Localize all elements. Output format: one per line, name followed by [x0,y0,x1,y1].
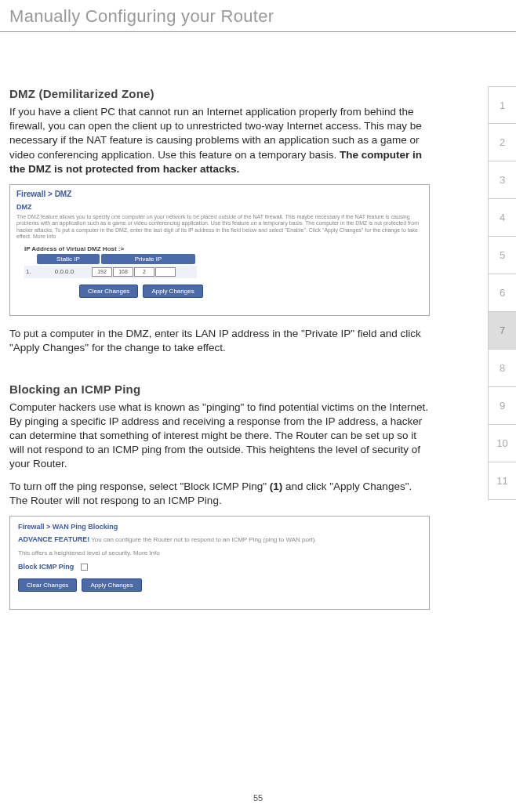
dmz-ip-octet-2[interactable]: 168 [113,267,133,277]
wan-adv-text: You can configure the Router not to resp… [89,536,317,543]
dmz-ip-octet-1[interactable]: 192 [92,267,112,277]
section-tab-4[interactable]: 4 [488,199,516,237]
page-title: Manually Configuring your Router [0,0,516,32]
section-tab-1[interactable]: 1 [488,86,516,124]
ping-heading: Blocking an ICMP Ping [9,382,430,396]
wan-apply-button[interactable]: Apply Changes [82,578,141,592]
dmz-ip-octet-3[interactable]: 2 [134,267,154,277]
side-tabs: 1234567891011 [488,86,516,500]
wan-screenshot: Firewall > WAN Ping Blocking ADVANCE FEA… [9,516,430,610]
wan-buttons: Clear Changes Apply Changes [18,578,421,592]
dmz-table-headers: Static IP Private IP [24,254,423,264]
wan-clear-button[interactable]: Clear Changes [18,578,77,592]
section-tab-6[interactable]: 6 [488,274,516,312]
dmz-table: Static IP Private IP 1. 0.0.0.0 192 168 … [24,254,423,278]
dmz-ip-octet-4[interactable] [155,267,176,277]
wan-breadcrumb: Firewall > WAN Ping Blocking [18,523,421,531]
dmz-paragraph-2: To put a computer in the DMZ, enter its … [9,327,430,355]
wan-adv-line: ADVANCE FEATURE! You can configure the R… [18,535,421,543]
dmz-apply-button[interactable]: Apply Changes [143,285,202,298]
section-tab-10[interactable]: 10 [488,425,516,462]
main-content: DMZ (Demilitarized Zone) If you have a c… [0,32,469,610]
wan-block-checkbox[interactable] [81,564,88,571]
ping-p2a: To turn off the ping response, select "B… [9,480,270,492]
section-tab-5[interactable]: 5 [488,237,516,274]
ping-paragraph-2: To turn off the ping response, select "B… [9,480,430,508]
dmz-row-num: 1. [26,268,37,275]
section-tab-8[interactable]: 8 [488,350,516,387]
section-tab-2[interactable]: 2 [488,124,516,161]
wan-line2: This offers a heightened level of securi… [18,549,421,556]
ping-ref: (1) [270,480,283,492]
dmz-shot-sub: DMZ [16,203,423,211]
section-tab-11[interactable]: 11 [488,462,516,500]
dmz-shot-desc: The DMZ feature allows you to specify on… [16,214,423,241]
dmz-paragraph-1: If you have a client PC that cannot run … [9,105,430,176]
dmz-clear-button[interactable]: Clear Changes [79,285,138,298]
page-number: 55 [0,793,516,803]
dmz-heading: DMZ (Demilitarized Zone) [9,87,430,100]
dmz-buttons: Clear Changes Apply Changes [79,285,423,298]
wan-block-text: Block ICMP Ping [18,563,74,571]
section-tab-9[interactable]: 9 [488,387,516,425]
section-tab-7[interactable]: 7 [488,312,516,350]
dmz-static-val: 0.0.0.0 [38,268,90,275]
dmz-shot-breadcrumb: Firewall > DMZ [16,190,423,198]
wan-adv-label: ADVANCE FEATURE! [18,535,89,543]
ping-paragraph-1: Computer hackers use what is known as "p… [9,401,430,472]
dmz-shot-label: IP Address of Virtual DMZ Host :> [24,245,423,252]
dmz-ip-inputs: 192 168 2 [92,267,176,277]
dmz-col-static: Static IP [37,254,100,264]
section-tab-3[interactable]: 3 [488,161,516,199]
dmz-col-private: Private IP [101,254,195,264]
dmz-table-row: 1. 0.0.0.0 192 168 2 [24,266,197,278]
wan-block-label: Block ICMP Ping [18,563,421,571]
dmz-screenshot: Firewall > DMZ DMZ The DMZ feature allow… [9,184,430,316]
